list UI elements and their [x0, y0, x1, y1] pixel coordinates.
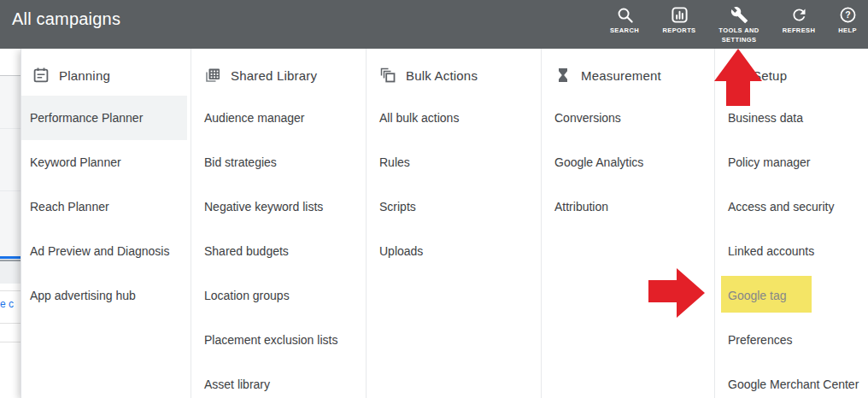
- menu-item-app-advertising-hub[interactable]: App advertising hub: [21, 273, 191, 318]
- menu-item-label: Shared budgets: [204, 244, 289, 258]
- help-icon: ?: [839, 6, 857, 24]
- menu-item-placement-exclusion-lists[interactable]: Placement exclusion lists: [191, 318, 366, 362]
- menu-item-label: Negative keyword lists: [204, 200, 323, 214]
- menu-item-keyword-planner[interactable]: Keyword Planner: [21, 140, 191, 184]
- menu-item-label: Linked accounts: [728, 244, 814, 258]
- menu-item-conversions[interactable]: Conversions: [542, 96, 714, 140]
- menu-item-attribution[interactable]: Attribution: [542, 184, 714, 229]
- menu-item-label: Scripts: [379, 200, 416, 214]
- reports-icon: [671, 6, 689, 24]
- bulk-actions-header: Bulk Actions: [367, 54, 541, 97]
- menu-item-label: Bid strategies: [204, 155, 277, 169]
- menu-item-label: Preferences: [728, 333, 792, 347]
- shared-library-header: Shared Library: [191, 54, 366, 97]
- bulk-actions-header-label: Bulk Actions: [406, 68, 478, 83]
- menu-item-label: Placement exclusion lists: [204, 333, 337, 347]
- menu-item-linked-accounts[interactable]: Linked accounts: [715, 229, 868, 273]
- menu-item-label: Reach Planner: [30, 200, 109, 214]
- reports-button[interactable]: REPORTS: [651, 6, 707, 36]
- menu-item-ad-preview-and-diagnosis[interactable]: Ad Preview and Diagnosis: [21, 229, 191, 273]
- menu-item-label: Policy manager: [728, 155, 811, 169]
- menu-item-label: All bulk actions: [379, 111, 459, 125]
- wrench-icon: [730, 6, 748, 24]
- menu-item-all-bulk-actions[interactable]: All bulk actions: [367, 96, 541, 140]
- menu-item-access-and-security[interactable]: Access and security: [715, 184, 868, 229]
- menu-item-bid-strategies[interactable]: Bid strategies: [191, 140, 366, 184]
- menu-item-label: Google Merchant Center: [728, 378, 859, 391]
- background-divider: [0, 190, 21, 191]
- hourglass-icon: [554, 67, 572, 84]
- planning-header: Planning: [21, 54, 191, 97]
- menu-item-performance-planner[interactable]: Performance Planner: [21, 96, 187, 140]
- background-band: [0, 75, 21, 260]
- refresh-icon: [790, 6, 808, 24]
- menu-item-google-analytics[interactable]: Google Analytics: [542, 140, 714, 184]
- background-divider: [0, 323, 21, 324]
- menu-column-planning: Planning Performance Planner Keyword Pla…: [21, 49, 191, 398]
- menu-item-label: Rules: [379, 155, 410, 169]
- menu-item-label: Conversions: [554, 111, 621, 125]
- background-table-header-band: [0, 261, 21, 284]
- topbar-actions: SEARCH REPORTS TOOLS AND SETTINGS: [598, 0, 868, 49]
- search-button[interactable]: SEARCH: [598, 6, 651, 36]
- menu-item-label: Uploads: [379, 244, 423, 258]
- background-divider: [0, 290, 21, 291]
- background-divider: [0, 342, 21, 342]
- menu-item-google-tag[interactable]: Google tag: [715, 273, 868, 318]
- menu-column-measurement: Measurement Conversions Google Analytics…: [541, 49, 714, 398]
- menu-item-uploads[interactable]: Uploads: [367, 229, 541, 273]
- menu-item-label: Audience manager: [204, 111, 305, 125]
- red-right-arrow-annotation: [648, 268, 705, 318]
- menu-item-label: Access and security: [728, 200, 835, 214]
- menu-item-audience-manager[interactable]: Audience manager: [191, 96, 366, 140]
- stacked-squares-icon: [379, 67, 396, 84]
- page-title: All campaigns: [12, 9, 120, 29]
- menu-item-location-groups[interactable]: Location groups: [191, 273, 366, 318]
- menu-item-label: Location groups: [204, 289, 290, 302]
- menu-item-label: App advertising hub: [30, 289, 136, 302]
- menu-item-preferences[interactable]: Preferences: [715, 318, 868, 362]
- menu-item-google-merchant-center[interactable]: Google Merchant Center: [715, 362, 868, 398]
- event-note-icon: [32, 67, 50, 84]
- search-label: SEARCH: [610, 26, 639, 36]
- menu-item-label: Google tag: [728, 289, 787, 302]
- svg-text:?: ?: [845, 9, 850, 20]
- menu-item-rules[interactable]: Rules: [367, 140, 541, 184]
- measurement-header-label: Measurement: [581, 68, 661, 83]
- help-label: HELP: [838, 26, 857, 36]
- tools-and-settings-label: TOOLS AND SETTINGS: [707, 26, 771, 44]
- menu-item-label: Performance Planner: [30, 111, 143, 125]
- menu-item-shared-budgets[interactable]: Shared budgets: [191, 229, 366, 273]
- refresh-label: REFRESH: [783, 26, 816, 36]
- background-partial-link-text: e c: [0, 298, 14, 310]
- help-button[interactable]: ? HELP: [827, 6, 868, 36]
- refresh-button[interactable]: REFRESH: [771, 6, 827, 36]
- library-grid-icon: [204, 67, 221, 84]
- red-up-arrow-annotation: [714, 49, 762, 106]
- tools-and-settings-button[interactable]: TOOLS AND SETTINGS: [707, 6, 771, 44]
- planning-header-label: Planning: [59, 68, 110, 83]
- reports-label: REPORTS: [662, 26, 695, 36]
- menu-item-negative-keyword-lists[interactable]: Negative keyword lists: [191, 184, 366, 229]
- menu-item-asset-library[interactable]: Asset library: [191, 362, 366, 398]
- menu-item-scripts[interactable]: Scripts: [367, 184, 541, 229]
- menu-column-bulk-actions: Bulk Actions All bulk actions Rules Scri…: [366, 49, 541, 398]
- google-ads-screen: e c All campaigns SEARCH REPORTS: [0, 0, 868, 398]
- menu-item-policy-manager[interactable]: Policy manager: [715, 140, 868, 184]
- menu-item-label: Asset library: [204, 378, 270, 391]
- menu-item-label: Business data: [728, 111, 803, 125]
- background-divider: [0, 128, 21, 129]
- menu-item-label: Google Analytics: [554, 155, 643, 169]
- menu-item-label: Keyword Planner: [30, 155, 121, 169]
- background-page: e c: [0, 49, 21, 398]
- search-icon: [616, 6, 634, 24]
- menu-item-label: Attribution: [554, 200, 608, 214]
- top-bar: All campaigns SEARCH REPORTS: [0, 0, 868, 49]
- background-blue-tab-indicator: [0, 256, 21, 259]
- menu-item-label: Ad Preview and Diagnosis: [30, 244, 169, 258]
- menu-column-shared-library: Shared Library Audience manager Bid stra…: [191, 49, 366, 398]
- measurement-header: Measurement: [542, 54, 714, 97]
- menu-item-reach-planner[interactable]: Reach Planner: [21, 184, 191, 229]
- shared-library-header-label: Shared Library: [231, 68, 317, 83]
